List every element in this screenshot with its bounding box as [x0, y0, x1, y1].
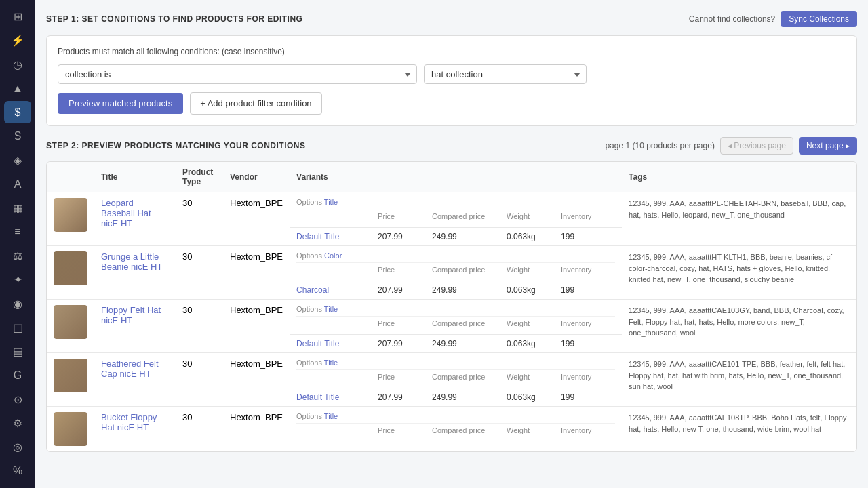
- table-header-row: Title Product Type Vendor Variants Tags: [47, 162, 856, 192]
- product-type-cell: 30: [176, 407, 223, 452]
- product-image-cell: [47, 246, 94, 300]
- pagination: page 1 (10 products per page) ◂ Previous…: [605, 137, 857, 155]
- product-thumbnail: [54, 251, 87, 285]
- product-title-cell: Grunge a Little Beanie nicE HT: [94, 246, 176, 300]
- variant-data-cell: Charcoal207.99249.990.063kg199: [290, 281, 622, 300]
- sidebar-icon-barcode[interactable]: ▤: [4, 340, 31, 363]
- sidebar-icon-sale[interactable]: S: [4, 125, 31, 147]
- product-vendor-cell: Hextom_BPE: [223, 192, 290, 246]
- step2-title: STEP 2: PREVIEW PRODUCTS MATCHING YOUR C…: [46, 141, 306, 150]
- sidebar-icon-list[interactable]: ≡: [4, 221, 31, 243]
- sidebar-icon-scale[interactable]: ⚖: [4, 245, 31, 267]
- product-tags-cell: 12345, 999, AAA, aaaatttCAE103GY, band, …: [622, 300, 856, 353]
- sidebar-icon-font[interactable]: A: [4, 173, 31, 195]
- sidebar-icon-truck[interactable]: ▲: [4, 77, 31, 100]
- product-thumbnail: [54, 359, 87, 392]
- th-variants: Variants: [290, 162, 622, 192]
- preview-matched-products-button[interactable]: Preview matched products: [58, 93, 183, 114]
- product-tags-cell: 12345, 999, AAA, aaaatttCAE101-TPE, BBB,…: [622, 353, 856, 407]
- variant-data-cell: Default Title207.99249.990.063kg199: [290, 335, 622, 353]
- sidebar-icon-g[interactable]: G: [4, 364, 31, 386]
- table-row: Grunge a Little Beanie nicE HT30Hextom_B…: [47, 246, 856, 281]
- product-title-cell: Floppy Felt Hat nicE HT: [94, 300, 176, 353]
- product-tags-cell: 12345, 999, AAA, aaaatttHT-KLTH1, BBB, b…: [622, 246, 856, 300]
- product-title-link[interactable]: Bucket Floppy Hat nicE HT: [101, 412, 157, 432]
- product-image-cell: [47, 300, 94, 353]
- th-product-type: Product Type: [176, 162, 223, 192]
- product-type-cell: 30: [176, 353, 223, 407]
- product-image-cell: [47, 407, 94, 452]
- sync-collections-button[interactable]: Sync Collections: [781, 11, 857, 27]
- main-content: STEP 1: SET CONDITIONS TO FIND PRODUCTS …: [35, 0, 868, 488]
- table-row: Feathered Felt Cap nicE HT30Hextom_BPEOp…: [47, 353, 856, 388]
- variant-data-cell: Default Title207.99249.990.063kg199: [290, 388, 622, 407]
- product-tags-cell: 12345, 999, AAA, aaaatttPL-CHEETAH-BRN, …: [622, 192, 856, 246]
- sidebar-icon-layers[interactable]: ◫: [4, 317, 31, 339]
- product-type-cell: 30: [176, 192, 223, 246]
- step2-header: STEP 2: PREVIEW PRODUCTS MATCHING YOUR C…: [46, 137, 857, 155]
- product-thumbnail: [54, 198, 87, 232]
- product-vendor-cell: Hextom_BPE: [223, 353, 290, 407]
- product-vendor-cell: Hextom_BPE: [223, 246, 290, 300]
- actions-row: Preview matched products + Add product f…: [58, 92, 846, 115]
- product-title-cell: Leopard Baseball Hat nicE HT: [94, 192, 176, 246]
- product-variants-cell: Options TitlePriceCompared priceWeightIn…: [290, 353, 622, 388]
- next-page-button[interactable]: Next page ▸: [799, 137, 857, 155]
- sidebar-icon-home[interactable]: ⊞: [4, 5, 31, 28]
- sidebar-icon-dollar[interactable]: $: [4, 101, 31, 123]
- product-variants-cell: Options TitlePriceCompared priceWeightIn…: [290, 407, 622, 452]
- product-title-cell: Bucket Floppy Hat nicE HT: [94, 407, 176, 452]
- sidebar-icon-lightning[interactable]: ⚡: [4, 29, 31, 52]
- sidebar-icon-tools[interactable]: ⚙: [4, 412, 31, 434]
- product-vendor-cell: Hextom_BPE: [223, 300, 290, 353]
- th-vendor: Vendor: [223, 162, 290, 192]
- product-type-cell: 30: [176, 246, 223, 300]
- product-tags-cell: 12345, 999, AAA, aaaatttCAE108TP, BBB, B…: [622, 407, 856, 452]
- product-variants-cell: Options TitlePriceCompared priceWeightIn…: [290, 192, 622, 228]
- product-thumbnail: [54, 305, 87, 339]
- product-title-link[interactable]: Grunge a Little Beanie nicE HT: [101, 251, 162, 272]
- cannot-find-text: Cannot find collections?: [689, 14, 775, 24]
- conditions-card: Products must match all following condit…: [46, 35, 857, 126]
- product-title-link[interactable]: Leopard Baseball Hat nicE HT: [101, 198, 151, 228]
- condition-row: collection is hat collection: [58, 64, 846, 84]
- product-title-link[interactable]: Floppy Felt Hat nicE HT: [101, 305, 161, 325]
- product-image-cell: [47, 353, 94, 407]
- table-row: Leopard Baseball Hat nicE HT30Hextom_BPE…: [47, 192, 856, 228]
- sidebar-icon-percent[interactable]: %: [4, 460, 31, 483]
- add-filter-condition-button[interactable]: + Add product filter condition: [190, 92, 321, 115]
- product-title-cell: Feathered Felt Cap nicE HT: [94, 353, 176, 407]
- product-variants-cell: Options TitlePriceCompared priceWeightIn…: [290, 300, 622, 335]
- step1-title: STEP 1: SET CONDITIONS TO FIND PRODUCTS …: [46, 14, 302, 24]
- condition-value-select[interactable]: hat collection: [424, 64, 587, 84]
- product-vendor-cell: Hextom_BPE: [223, 407, 290, 452]
- table-row: Floppy Felt Hat nicE HT30Hextom_BPEOptio…: [47, 300, 856, 335]
- sidebar-icon-cart[interactable]: ⊙: [4, 388, 31, 411]
- product-type-cell: 30: [176, 300, 223, 353]
- previous-page-button[interactable]: ◂ Previous page: [720, 137, 793, 155]
- th-tags: Tags: [622, 162, 856, 192]
- condition-type-select[interactable]: collection is: [58, 64, 417, 84]
- sidebar-icon-tag[interactable]: ◈: [4, 149, 31, 171]
- variant-data-cell: Default Title207.99249.990.063kg199: [290, 228, 622, 246]
- product-thumbnail: [54, 412, 87, 446]
- top-bar: STEP 1: SET CONDITIONS TO FIND PRODUCTS …: [46, 11, 857, 27]
- th-title: Title: [94, 162, 176, 192]
- product-variants-cell: Options ColorPriceCompared priceWeightIn…: [290, 246, 622, 281]
- product-title-link[interactable]: Feathered Felt Cap nicE HT: [101, 359, 159, 379]
- sidebar-icon-eye[interactable]: ◉: [4, 293, 31, 315]
- table-row: Bucket Floppy Hat nicE HT30Hextom_BPEOpt…: [47, 407, 856, 452]
- pagination-text: page 1 (10 products per page): [605, 141, 714, 150]
- products-table: Title Product Type Vendor Variants Tags …: [46, 161, 857, 452]
- th-image: [47, 162, 94, 192]
- sidebar-icon-grid[interactable]: ▦: [4, 197, 31, 219]
- conditions-description: Products must match all following condit…: [58, 47, 846, 56]
- sidebar-icon-chat[interactable]: ◎: [4, 436, 31, 458]
- sidebar: ⊞ ⚡ ◷ ▲ $ S ◈ A ▦ ≡ ⚖ ✦ ◉ ◫ ▤ G ⊙ ⚙ ◎ %: [0, 0, 35, 488]
- cannot-find-area: Cannot find collections? Sync Collection…: [689, 11, 857, 27]
- product-image-cell: [47, 192, 94, 246]
- sidebar-icon-clock[interactable]: ◷: [4, 54, 31, 76]
- sidebar-icon-puzzle[interactable]: ✦: [4, 268, 31, 291]
